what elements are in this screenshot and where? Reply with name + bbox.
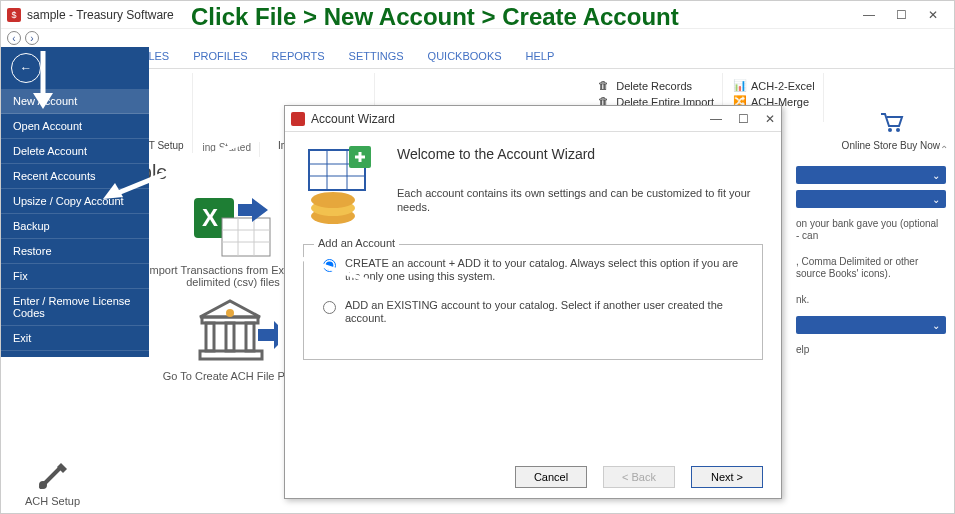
tab-help[interactable]: HELP: [514, 47, 567, 68]
annotation-arrow-3: [289, 253, 419, 303]
wrench-icon: [33, 455, 73, 495]
minimize-button[interactable]: —: [862, 8, 876, 22]
svg-point-19: [39, 481, 47, 489]
annotation-arrow-1: [21, 49, 61, 115]
side-cards: ⌄ ⌄ on your bank gave you (optional - ca…: [796, 166, 946, 360]
ribbon-delete-group: 🗑Delete Records 🗑Delete Entire Import: [598, 73, 723, 109]
svg-rect-16: [246, 323, 254, 351]
tab-quickbooks[interactable]: QUICKBOOKS: [416, 47, 514, 68]
wizard-back-button: < Back: [603, 466, 675, 488]
wizard-text-panel: Welcome to the Account Wizard Each accou…: [397, 146, 763, 230]
wizard-buttons: Cancel < Back Next >: [515, 466, 763, 488]
svg-rect-15: [226, 323, 234, 351]
svg-point-28: [311, 192, 355, 208]
annotation-arrow-2: [97, 123, 287, 213]
card-collapse-icon[interactable]: ⌄: [796, 316, 946, 334]
card-text: nk.: [796, 290, 946, 310]
nav-fwd-icon[interactable]: ›: [25, 31, 39, 45]
wizard-title: Account Wizard: [311, 112, 395, 126]
maximize-button[interactable]: ☐: [894, 8, 908, 22]
ribbon-label: ACH-2-Excel: [751, 80, 815, 92]
file-menu-exit[interactable]: Exit: [1, 326, 149, 351]
tab-settings[interactable]: SETTINGS: [337, 47, 416, 68]
wizard-next-button[interactable]: Next >: [691, 466, 763, 488]
nav-back-icon[interactable]: ‹: [7, 31, 21, 45]
file-menu-fix[interactable]: Fix: [1, 264, 149, 289]
cart-icon: [875, 106, 907, 138]
ribbon-delete-records[interactable]: 🗑Delete Records: [598, 79, 714, 93]
nav-row: ‹ ›: [1, 29, 954, 47]
ribbon-label: Online Store Buy Now: [842, 140, 940, 151]
delete-records-icon: 🗑: [598, 79, 612, 93]
svg-rect-14: [206, 323, 214, 351]
card-text: , Comma Delimited or other source Books'…: [796, 252, 946, 284]
ach-setup-label: ACH Setup: [25, 495, 80, 507]
wizard-app-icon: [291, 112, 305, 126]
wizard-maximize-button[interactable]: ☐: [738, 112, 749, 126]
wizard-cancel-button[interactable]: Cancel: [515, 466, 587, 488]
ach2excel-icon: 📊: [733, 79, 747, 93]
wizard-heading: Welcome to the Account Wizard: [397, 146, 763, 162]
ribbon-collapse-icon[interactable]: ⌃: [940, 144, 948, 155]
card-collapse-icon[interactable]: ⌄: [796, 166, 946, 184]
card-text: elp: [796, 340, 946, 360]
tile-label: Go To Create ACH File Page: [163, 370, 303, 382]
ribbon-label: Delete Records: [616, 80, 692, 92]
wizard-minimize-button[interactable]: —: [710, 112, 722, 126]
instruction-banner: Click File > New Account > Create Accoun…: [191, 3, 679, 31]
svg-point-4: [888, 128, 892, 132]
card-collapse-icon[interactable]: ⌄: [796, 190, 946, 208]
ribbon-online-store[interactable]: Online Store Buy Now: [834, 73, 948, 153]
svg-point-18: [226, 309, 234, 317]
wizard-description: Each account contains its own settings a…: [397, 186, 763, 214]
wizard-art-icon: [303, 146, 381, 230]
file-menu-backup[interactable]: Backup: [1, 214, 149, 239]
svg-rect-17: [200, 351, 262, 359]
tab-profiles[interactable]: PROFILES: [181, 47, 259, 68]
window-controls: — ☐ ✕: [862, 8, 948, 22]
svg-point-5: [896, 128, 900, 132]
file-menu-restore[interactable]: Restore: [1, 239, 149, 264]
app-icon: $: [7, 8, 21, 22]
ach-setup-shortcut[interactable]: ACH Setup: [25, 455, 80, 507]
wizard-close-button[interactable]: ✕: [765, 112, 775, 126]
bank-tile-icon: [188, 298, 278, 368]
wizard-body: Welcome to the Account Wizard Each accou…: [285, 132, 781, 230]
svg-rect-8: [222, 218, 270, 256]
close-button[interactable]: ✕: [926, 8, 940, 22]
card-text: on your bank gave you (optional - can: [796, 214, 946, 246]
wizard-window-controls: — ☐ ✕: [710, 112, 775, 126]
wizard-titlebar: Account Wizard — ☐ ✕: [285, 106, 781, 132]
app-window: $ sample - Treasury Software — ☐ ✕ ‹ › C…: [0, 0, 955, 514]
file-menu-license[interactable]: Enter / Remove License Codes: [1, 289, 149, 326]
wizard-fieldset-legend: Add an Account: [314, 237, 399, 249]
tab-reports[interactable]: REPORTS: [260, 47, 337, 68]
ribbon-ach2excel[interactable]: 📊ACH-2-Excel: [733, 79, 815, 93]
